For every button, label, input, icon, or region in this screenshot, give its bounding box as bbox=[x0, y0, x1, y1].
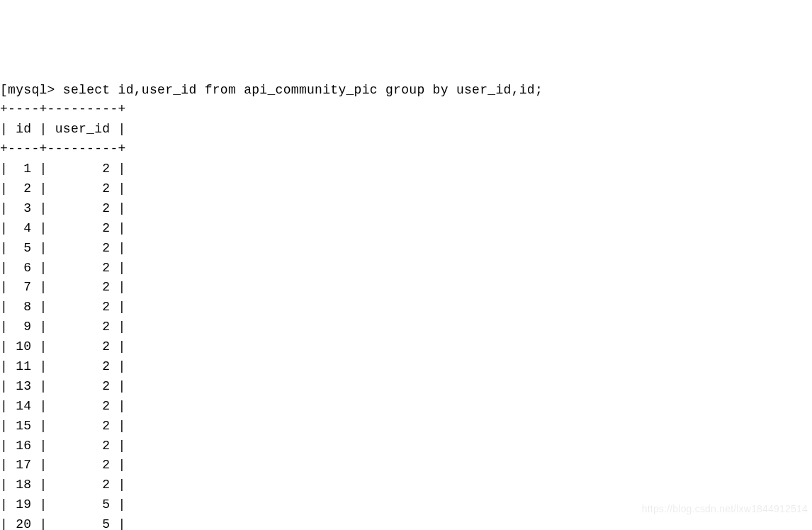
table-row: | 5 | 2 | bbox=[0, 241, 126, 255]
table-row: | 7 | 2 | bbox=[0, 280, 126, 294]
table-row: | 3 | 2 | bbox=[0, 201, 126, 215]
table-row: | 17 | 2 | bbox=[0, 458, 126, 472]
table-row: | 4 | 2 | bbox=[0, 221, 126, 235]
prompt-bracket: [ bbox=[0, 83, 8, 97]
table-row: | 20 | 5 | bbox=[0, 517, 126, 530]
table-border-mid: +----+---------+ bbox=[0, 142, 126, 156]
table-row: | 8 | 2 | bbox=[0, 300, 126, 314]
table-row: | 14 | 2 | bbox=[0, 399, 126, 413]
mysql-prompt: mysql> bbox=[8, 83, 63, 97]
table-row: | 13 | 2 | bbox=[0, 379, 126, 393]
table-row: | 10 | 2 | bbox=[0, 339, 126, 354]
terminal-output[interactable]: [mysql> select id,user_id from api_commu… bbox=[0, 81, 812, 530]
table-row: | 1 | 2 | bbox=[0, 162, 126, 176]
watermark-text: https://blog.csdn.net/lxw1844912514 bbox=[642, 502, 808, 517]
table-row: | 15 | 2 | bbox=[0, 419, 126, 433]
table-row: | 6 | 2 | bbox=[0, 261, 126, 275]
table-header: | id | user_id | bbox=[0, 122, 126, 136]
table-border-top: +----+---------+ bbox=[0, 102, 126, 116]
table-row: | 18 | 2 | bbox=[0, 478, 126, 492]
table-row: | 11 | 2 | bbox=[0, 359, 126, 373]
table-row: | 19 | 5 | bbox=[0, 497, 126, 512]
table-row: | 2 | 2 | bbox=[0, 181, 126, 196]
table-row: | 16 | 2 | bbox=[0, 439, 126, 453]
sql-query: select id,user_id from api_community_pic… bbox=[63, 83, 543, 97]
table-row: | 9 | 2 | bbox=[0, 320, 126, 334]
